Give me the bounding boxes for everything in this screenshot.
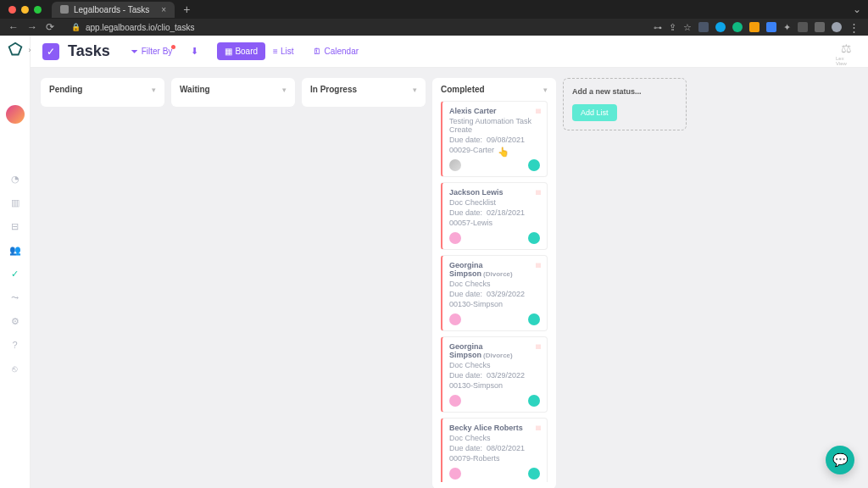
new-tab-button[interactable]: + <box>183 3 190 16</box>
column-in-progress[interactable]: In Progress ▾ <box>302 78 426 107</box>
browser-chrome: Legalboards - Tasks × + ⌄ ← → ⟳ 🔒 app.le… <box>0 0 868 36</box>
column-menu-icon[interactable]: ▾ <box>413 86 417 94</box>
due-label: Due date: <box>449 208 482 217</box>
filter-button[interactable]: ⏷ Filter By <box>131 47 173 56</box>
app-container: › ◔ ▥ ⊟ 👥 ✓ ⤳ ⚙ ? ⎋ ✓ Tasks ⏷ Filter By … <box>0 36 868 488</box>
key-icon[interactable]: ⊶ <box>654 23 662 32</box>
assignee-avatar[interactable] <box>449 395 461 407</box>
nav-team-icon[interactable]: 👥 <box>9 244 21 256</box>
url-field[interactable]: 🔒 app.legalboards.io/clio_tasks <box>71 23 194 32</box>
nav-dashboard-icon[interactable]: ◔ <box>9 173 21 185</box>
ext-icon-3[interactable] <box>732 22 743 32</box>
column-waiting[interactable]: Waiting ▾ <box>171 78 295 107</box>
card-client-name: Georgina Simpson(Divorce) <box>449 342 513 359</box>
card-matter: 00130-Simpson <box>449 381 540 390</box>
card-matter: 00057-Lewis <box>449 219 540 227</box>
nav-help-icon[interactable]: ? <box>9 339 21 351</box>
assignee-avatar[interactable] <box>449 313 461 325</box>
calendar-button[interactable]: 🗓 Calendar <box>313 47 359 56</box>
left-sidebar: › ◔ ▥ ⊟ 👥 ✓ ⤳ ⚙ ? ⎋ <box>0 36 31 488</box>
column-completed[interactable]: Completed ▾ ⦀⦀Alexis CarterTesting Autom… <box>432 78 556 488</box>
tab-favicon <box>60 5 69 14</box>
nav-clients-icon[interactable]: ⊟ <box>9 220 21 232</box>
column-menu-icon[interactable]: ▾ <box>282 86 287 94</box>
chat-widget[interactable]: 💬 <box>826 446 854 474</box>
assignee-avatar[interactable] <box>528 313 540 325</box>
star-icon[interactable]: ☆ <box>683 22 692 33</box>
filter-indicator-icon <box>171 45 175 49</box>
ext-icon-5[interactable] <box>766 22 776 32</box>
assignee-avatar[interactable] <box>528 395 540 407</box>
task-card[interactable]: ⦀⦀Alexis CarterTesting Automation Task C… <box>441 101 548 177</box>
add-status-panel: Add a new status... Add List <box>563 78 687 130</box>
url-text: app.legalboards.io/clio_tasks <box>86 23 194 32</box>
task-card[interactable]: ⦀⦀Georgina Simpson(Divorce)Doc ChecksDue… <box>441 255 548 331</box>
assignee-avatar[interactable] <box>528 232 540 244</box>
due-date: 03/29/2022 <box>487 290 525 298</box>
task-card[interactable]: ⦀⦀Jackson LewisDoc ChecklistDue date: 02… <box>441 182 548 250</box>
tasks-badge-icon: ✓ <box>42 43 59 60</box>
assignee-avatar[interactable] <box>449 468 461 480</box>
card-client-name: Alexis Carter <box>449 107 497 115</box>
nav-tasks-icon[interactable]: ✓ <box>9 268 21 280</box>
app-logo[interactable]: › <box>6 41 25 59</box>
task-card[interactable]: ⦀⦀Georgina Simpson(Divorce)Doc ChecksDue… <box>441 336 548 413</box>
integration-label: Lex View <box>836 56 856 66</box>
maximize-window-icon[interactable] <box>34 6 42 14</box>
assignee-avatar[interactable] <box>528 159 540 171</box>
column-pending[interactable]: Pending ▾ <box>41 78 164 107</box>
close-window-icon[interactable] <box>8 6 16 14</box>
ext-icon-2[interactable] <box>715 22 726 32</box>
due-label: Due date: <box>449 371 482 380</box>
kanban-board: Pending ▾ Waiting ▾ In Progress ▾ Comple… <box>31 68 868 488</box>
board-label: Board <box>235 47 258 56</box>
list-view-button[interactable]: ≡ List <box>265 42 301 60</box>
assignee-avatar[interactable] <box>449 159 461 171</box>
user-avatar[interactable] <box>6 105 25 124</box>
browser-tab[interactable]: Legalboards - Tasks × <box>52 2 175 18</box>
menu-icon[interactable]: ⋮ <box>849 21 860 34</box>
board-view-button[interactable]: ▦ Board <box>217 42 265 60</box>
task-card[interactable]: ⦀⦀Becky Alice RobertsDoc ChecksDue date:… <box>441 418 548 482</box>
nav-boards-icon[interactable]: ▥ <box>9 197 21 208</box>
nav-settings-icon[interactable]: ⚙ <box>9 315 21 327</box>
main-area: ✓ Tasks ⏷ Filter By ⬇ ▦ Board ≡ List <box>31 36 868 488</box>
ext-icon-1[interactable] <box>698 22 709 32</box>
column-menu-icon[interactable]: ▾ <box>152 86 156 94</box>
topbar: ✓ Tasks ⏷ Filter By ⬇ ▦ Board ≡ List <box>31 36 868 68</box>
integration-logo[interactable]: ⚖ Lex View <box>836 42 856 62</box>
filter-icon: ⏷ <box>131 47 139 56</box>
tab-dropdown-icon[interactable]: ⌄ <box>853 3 861 15</box>
assignee-avatar[interactable] <box>528 468 540 480</box>
forward-button[interactable]: → <box>27 21 37 33</box>
assignee-avatar[interactable] <box>449 232 461 244</box>
extension-icons: ⊶ ⇪ ☆ ✦ ⋮ <box>654 21 860 34</box>
reload-button[interactable]: ⟳ <box>46 21 54 33</box>
ext-icon-4[interactable] <box>749 22 760 32</box>
card-avatars <box>449 313 540 325</box>
card-list: ⦀⦀Alexis CarterTesting Automation Task C… <box>441 101 548 482</box>
share-icon[interactable]: ⇪ <box>669 22 676 33</box>
download-button[interactable]: ⬇ <box>191 46 198 57</box>
puzzle-icon[interactable]: ✦ <box>783 22 791 33</box>
sidebar-toggle-icon[interactable]: › <box>29 46 31 54</box>
card-matter: 00130-Simpson <box>449 300 540 308</box>
close-tab-icon[interactable]: × <box>161 5 166 14</box>
card-due-row: Due date: 03/29/2022 <box>449 371 540 380</box>
minimize-window-icon[interactable] <box>21 6 29 14</box>
back-button[interactable]: ← <box>8 21 19 33</box>
window-controls[interactable] <box>8 6 42 14</box>
due-date: 02/18/2021 <box>487 208 525 217</box>
card-task-title: Doc Checklist <box>449 198 540 207</box>
nav-logout-icon[interactable]: ⎋ <box>9 363 21 374</box>
card-due-row: Due date: 02/18/2021 <box>449 208 540 217</box>
ext-icon-7[interactable] <box>815 22 825 32</box>
column-menu-icon[interactable]: ▾ <box>543 86 548 94</box>
profile-icon[interactable] <box>832 22 842 32</box>
column-title: In Progress <box>310 85 357 94</box>
ext-icon-6[interactable] <box>798 22 808 32</box>
nav-reports-icon[interactable]: ⤳ <box>9 291 21 303</box>
card-task-title: Testing Automation Task Create <box>449 117 540 134</box>
add-list-button[interactable]: Add List <box>572 104 617 121</box>
card-client-name: Georgina Simpson(Divorce) <box>449 261 513 278</box>
